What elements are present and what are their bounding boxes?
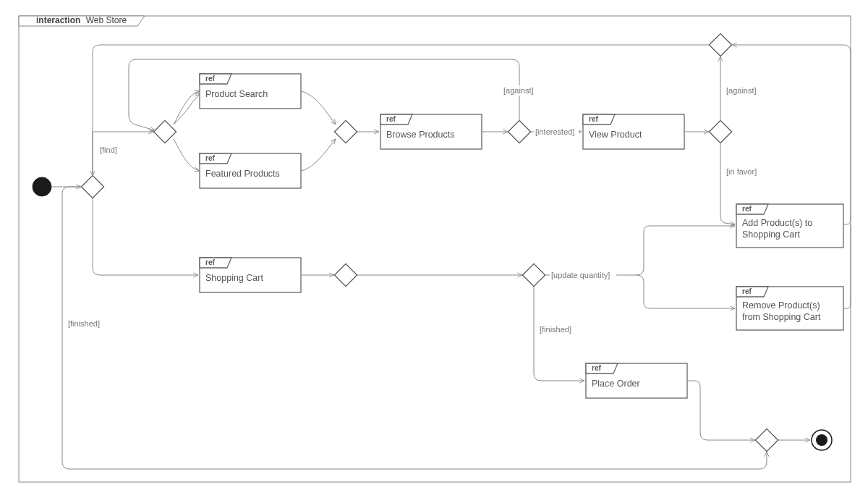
svg-text:ref: ref [386,115,396,123]
svg-rect-6 [334,263,357,286]
svg-point-10 [816,434,827,446]
edge-update-to-add [545,226,735,275]
decision-after-cart [334,263,357,286]
svg-text:ref: ref [205,154,215,162]
svg-text:Browse Products: Browse Products [386,130,454,140]
guard-find: [find] [98,145,120,155]
edge-featured-to-merge [301,139,336,171]
svg-rect-2 [334,120,357,143]
decision-after-browse [508,120,530,143]
edge-add-to-topmerge [732,45,851,224]
initial-node [33,177,51,196]
edge-topright-back [93,45,709,176]
diagram-canvas: interaction Web Store ref Product S [0,0,868,498]
edge-merge-to-cart [93,198,198,275]
merge-before-final [755,429,778,451]
ref-featured-products: ref Featured Products [200,153,301,188]
svg-text:[interested]: [interested] [535,127,574,136]
svg-text:ref: ref [205,75,215,83]
svg-text:from Shopping Cart: from Shopping Cart [742,312,821,322]
guard-in-favor: [in favor] [725,166,761,177]
edge-search-to-merge [301,91,336,124]
svg-rect-0 [81,175,103,198]
ref-browse-products: ref Browse Products [380,114,482,149]
ref-add-to-cart: ref Add Product(s) to Shopping Cart [736,204,843,248]
edge-order-to-final [687,381,755,440]
edge-remove-to-topmerge [843,224,851,308]
decision-find-or-cart [153,120,176,143]
edge-in-favor [720,143,735,224]
ref-view-product: ref View Product [583,114,684,149]
edge-finished-left [62,187,767,469]
svg-text:Product Search: Product Search [205,89,268,99]
final-node [812,430,832,450]
svg-text:Shopping Cart: Shopping Cart [205,273,263,283]
svg-rect-1 [153,120,176,143]
svg-text:Remove Product(s): Remove Product(s) [742,300,820,311]
svg-text:[finished]: [finished] [68,319,100,328]
edge-decide-to-featured [174,139,200,171]
svg-text:[against]: [against] [503,86,534,95]
svg-text:ref: ref [742,287,752,295]
svg-rect-3 [508,120,530,143]
svg-rect-4 [709,120,731,143]
merge-after-search [334,120,357,143]
svg-text:ref: ref [742,205,752,213]
svg-text:ref: ref [205,258,215,266]
svg-rect-8 [755,429,778,451]
edge-update-to-remove [637,275,735,308]
svg-text:[update quantity]: [update quantity] [551,271,610,279]
svg-text:Featured Products: Featured Products [205,169,280,179]
edge-decide-to-search [174,91,200,124]
merge-top-right [709,33,731,56]
svg-text:Shopping Cart: Shopping Cart [742,229,800,240]
svg-text:[in favor]: [in favor] [726,167,757,176]
svg-text:Place Order: Place Order [592,379,640,389]
interaction-frame-label: interaction Web Store [36,15,127,25]
svg-text:[against]: [against] [726,86,757,95]
ref-remove-from-cart: ref Remove Product(s) from Shopping Cart [736,287,843,330]
edge-to-search [174,94,200,124]
guard-finished-down: [finished] [538,324,577,334]
decision-after-view [709,120,731,143]
guard-interested: [interested] [534,127,579,137]
decision-cart-actions [522,263,545,286]
svg-text:ref: ref [589,115,598,123]
svg-text:[find]: [find] [100,145,117,154]
svg-rect-5 [709,33,731,56]
ref-shopping-cart: ref Shopping Cart [200,258,301,292]
svg-text:ref: ref [592,364,601,372]
merge-start [81,175,103,198]
ref-place-order: ref Place Order [586,363,687,398]
svg-text:View Product: View Product [589,130,642,140]
guard-finished-left: [finished] [67,318,106,329]
ref-product-search: ref Product Search [200,74,301,109]
guard-against1: [against] [501,85,537,96]
svg-text:Add Product(s) to: Add Product(s) to [742,218,812,228]
guard-against2: [against] [725,85,761,96]
svg-rect-7 [522,263,545,286]
guard-update-quantity: [update quantity] [550,270,616,280]
svg-text:[finished]: [finished] [540,325,571,334]
